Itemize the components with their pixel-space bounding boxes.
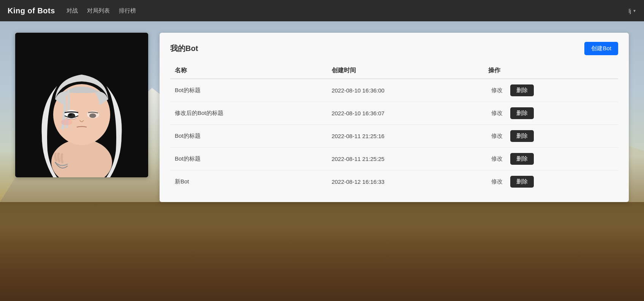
table-head: 名称 创建时间 操作	[170, 63, 618, 79]
col-header-name: 名称	[170, 63, 327, 79]
main-content: 我的Bot 创建Bot 名称 创建时间 操作 Bot的标题2022-08-10 …	[0, 21, 644, 213]
bot-actions-cell: 修改删除	[484, 148, 618, 170]
bot-created-at-cell: 2022-08-11 21:25:16	[327, 125, 484, 148]
delete-bot-button[interactable]: 删除	[510, 130, 534, 142]
nav-battle[interactable]: 对战	[66, 7, 78, 14]
actions-container: 修改删除	[488, 84, 614, 96]
edit-bot-button[interactable]: 修改	[488, 154, 506, 164]
user-dropdown-arrow: ▼	[633, 9, 636, 13]
ground	[0, 202, 644, 301]
navbar-nav: 对战 对局列表 排行榜	[66, 7, 617, 14]
bot-created-at-cell: 2022-08-11 21:25:25	[327, 148, 484, 170]
delete-bot-button[interactable]: 删除	[510, 176, 534, 188]
edit-bot-button[interactable]: 修改	[488, 131, 506, 141]
bot-actions-cell: 修改删除	[484, 79, 618, 102]
avatar-svg	[15, 33, 148, 177]
table-row: 修改后的Bot的标题2022-08-10 16:36:07修改删除	[170, 102, 618, 125]
username-label: lj	[628, 8, 631, 14]
actions-container: 修改删除	[488, 176, 614, 188]
table-header-row: 名称 创建时间 操作	[170, 63, 618, 79]
actions-container: 修改删除	[488, 153, 614, 165]
table-body: Bot的标题2022-08-10 16:36:00修改删除修改后的Bot的标题2…	[170, 79, 618, 193]
bot-card-title: 我的Bot	[170, 43, 198, 54]
avatar-image	[15, 33, 148, 177]
delete-bot-button[interactable]: 删除	[510, 153, 534, 165]
table-row: 新Bot2022-08-12 16:16:33修改删除	[170, 170, 618, 193]
bot-table: 名称 创建时间 操作 Bot的标题2022-08-10 16:36:00修改删除…	[170, 63, 618, 193]
bot-card: 我的Bot 创建Bot 名称 创建时间 操作 Bot的标题2022-08-10 …	[160, 33, 629, 202]
bot-name-cell: Bot的标题	[170, 148, 327, 170]
svg-point-9	[61, 119, 72, 125]
bot-actions-cell: 修改删除	[484, 125, 618, 148]
navbar: King of Bots 对战 对局列表 排行榜 lj ▼	[0, 0, 644, 21]
delete-bot-button[interactable]: 删除	[510, 107, 534, 119]
svg-point-8	[89, 113, 96, 118]
bot-created-at-cell: 2022-08-12 16:16:33	[327, 170, 484, 193]
avatar-card	[15, 33, 148, 177]
edit-bot-button[interactable]: 修改	[488, 177, 506, 187]
actions-container: 修改删除	[488, 130, 614, 142]
delete-bot-button[interactable]: 删除	[510, 84, 534, 96]
edit-bot-button[interactable]: 修改	[488, 85, 506, 96]
edit-bot-button[interactable]: 修改	[488, 108, 506, 118]
col-header-actions: 操作	[484, 63, 618, 79]
nav-ranking[interactable]: 排行榜	[119, 7, 136, 14]
bot-name-cell: Bot的标题	[170, 79, 327, 102]
bot-name-cell: 修改后的Bot的标题	[170, 102, 327, 125]
actions-container: 修改删除	[488, 107, 614, 119]
bot-name-cell: 新Bot	[170, 170, 327, 193]
create-bot-button[interactable]: 创建Bot	[584, 42, 618, 55]
nav-game-list[interactable]: 对局列表	[87, 7, 110, 14]
table-row: Bot的标题2022-08-10 16:36:00修改删除	[170, 79, 618, 102]
navbar-brand: King of Bots	[8, 6, 55, 15]
bot-name-cell: Bot的标题	[170, 125, 327, 148]
col-header-created-at: 创建时间	[327, 63, 484, 79]
table-row: Bot的标题2022-08-11 21:25:16修改删除	[170, 125, 618, 148]
bot-actions-cell: 修改删除	[484, 170, 618, 193]
bot-actions-cell: 修改删除	[484, 102, 618, 125]
bot-created-at-cell: 2022-08-10 16:36:00	[327, 79, 484, 102]
navbar-user[interactable]: lj ▼	[628, 8, 636, 14]
bot-created-at-cell: 2022-08-10 16:36:07	[327, 102, 484, 125]
bot-card-header: 我的Bot 创建Bot	[170, 42, 618, 55]
svg-point-6	[69, 113, 72, 116]
table-row: Bot的标题2022-08-11 21:25:25修改删除	[170, 148, 618, 170]
